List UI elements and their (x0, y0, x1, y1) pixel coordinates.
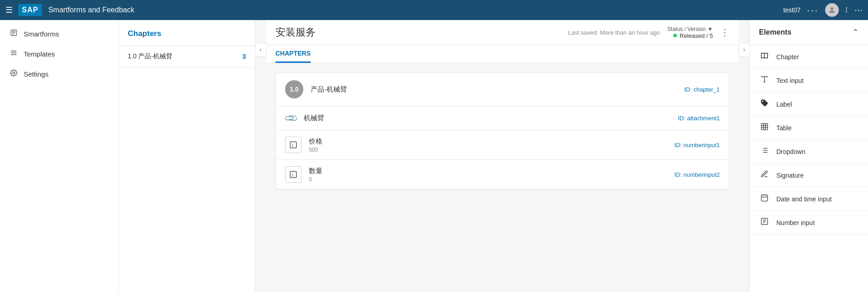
navbar-right: test07 ··· ⁝ ⋯ (783, 3, 863, 17)
element-attachment-id: ID: attachment1 (678, 115, 720, 122)
chapter-row-id: ID: chapter_1 (684, 86, 720, 93)
dropdown-icon (759, 146, 770, 157)
element-type-signature-label: Signature (776, 172, 804, 179)
chapter-list-item[interactable]: 1.0 产品-机械臂 3 (119, 46, 255, 67)
element-type-label-label: Label (776, 101, 792, 108)
element-row-price[interactable]: 1 价格 500 ID: numberinput1 (276, 130, 729, 160)
left-panel-toggle[interactable]: ‹ (255, 43, 266, 56)
more-options-icon[interactable]: ··· (807, 5, 819, 15)
tab-chapters[interactable]: CHAPTERS (275, 45, 311, 63)
templates-icon (9, 49, 18, 58)
right-panel-toggle[interactable]: › (738, 43, 749, 56)
svg-point-0 (831, 7, 833, 10)
chapter-header-row[interactable]: 1.0 产品-机械臂 ID: chapter_1 (276, 73, 729, 106)
text-input-icon (759, 75, 770, 86)
collapse-panel-icon[interactable]: ⌃ (852, 27, 859, 37)
element-type-text-input[interactable]: Text input (750, 69, 868, 92)
element-info-price: 价格 500 (309, 137, 674, 153)
chapter-row-name: 产品-机械臂 (311, 85, 684, 94)
datetime-icon (759, 194, 770, 204)
sidebar-item-settings[interactable]: Settings (0, 64, 118, 84)
settings-icon (9, 69, 18, 78)
content-card: 1.0 产品-机械臂 ID: chapter_1 📎 机械臂 ID: attac… (275, 72, 729, 190)
status-dot (673, 34, 677, 37)
number-icon-price: 1 (285, 137, 301, 153)
element-info-quantity: 数量 0 (309, 167, 674, 183)
chapter-element-icon (759, 51, 770, 62)
element-type-dropdown[interactable]: Dropdown (750, 140, 868, 164)
element-type-table-label: Table (776, 124, 791, 132)
status-version: Status / Version ▼ Released / 5 (667, 26, 713, 39)
element-price-value: 500 (309, 147, 674, 153)
app-title: Smartforms and Feedback (48, 6, 783, 14)
sidebar-item-smartforms-label: Smartforms (24, 30, 59, 38)
right-panel: Elements ⌃ Chapter Text input Label (749, 20, 868, 292)
chapter-list-item-count: 3 (242, 53, 246, 60)
app-layout: Smartforms Templates Settings Chapters 1… (0, 20, 868, 292)
status-released: Released / 5 (673, 32, 713, 39)
element-price-name: 价格 (309, 137, 674, 146)
svg-text:1: 1 (291, 143, 294, 148)
grid-icon[interactable]: ⁝ (845, 5, 848, 15)
element-type-text-label: Text input (776, 77, 804, 84)
element-type-table[interactable]: Table (750, 116, 868, 140)
sap-logo: SAP (18, 4, 42, 16)
element-type-dropdown-label: Dropdown (776, 148, 806, 155)
hamburger-menu-icon[interactable]: ☰ (5, 5, 13, 15)
element-info-attachment: 机械臂 (304, 114, 678, 123)
main-header: 安装服务 Last saved: More than an hour ago S… (266, 20, 738, 45)
chapter-list-item-name: 1.0 产品-机械臂 (128, 52, 172, 61)
element-type-signature[interactable]: Signature (750, 164, 868, 187)
main-content: 安装服务 Last saved: More than an hour ago S… (266, 20, 738, 292)
svg-text:1: 1 (291, 173, 294, 177)
navbar: ☰ SAP Smartforms and Feedback test07 ···… (0, 0, 868, 20)
main-header-right: Last saved: More than an hour ago Status… (568, 26, 729, 39)
chapters-panel: Chapters 1.0 产品-机械臂 3 (119, 20, 255, 292)
element-type-chapter-label: Chapter (776, 53, 799, 61)
chapters-panel-title: Chapters (119, 29, 255, 46)
sidebar-item-smartforms[interactable]: Smartforms (0, 24, 118, 44)
number-icon-quantity: 1 (285, 166, 301, 183)
attachment-icon: 📎 (283, 110, 299, 126)
number-input-icon (759, 217, 770, 228)
element-quantity-name: 数量 (309, 167, 674, 175)
chapter-badge: 1.0 (285, 80, 303, 98)
smartforms-icon (9, 29, 18, 38)
element-quantity-value: 0 (309, 176, 674, 183)
element-quantity-id: ID: numberinput2 (674, 171, 720, 178)
label-icon (759, 99, 770, 109)
element-type-chapter[interactable]: Chapter (750, 45, 868, 69)
user-name: test07 (783, 6, 800, 14)
sidebar-item-settings-label: Settings (24, 70, 48, 78)
more-actions-icon[interactable]: ⋮ (720, 27, 729, 38)
left-sidebar: Smartforms Templates Settings (0, 20, 119, 292)
right-panel-header: Elements ⌃ (750, 20, 868, 45)
element-type-label[interactable]: Label (750, 92, 868, 116)
elements-panel-title: Elements (759, 28, 791, 36)
form-title: 安装服务 (275, 26, 316, 39)
element-type-datetime[interactable]: Date and time input (750, 187, 868, 211)
signature-icon (759, 170, 770, 180)
sidebar-item-templates-label: Templates (24, 50, 55, 58)
user-avatar[interactable] (825, 3, 839, 17)
element-type-datetime-label: Date and time input (776, 195, 832, 203)
last-saved-text: Last saved: More than an hour ago (568, 29, 660, 36)
table-icon (759, 123, 770, 133)
status-version-label: Status / Version ▼ (667, 26, 713, 32)
content-area: 1.0 产品-机械臂 ID: chapter_1 📎 机械臂 ID: attac… (266, 63, 738, 292)
sidebar-item-templates[interactable]: Templates (0, 44, 118, 64)
element-attachment-name: 机械臂 (304, 114, 678, 123)
svg-rect-23 (761, 195, 768, 201)
element-type-number-input[interactable]: Number input (750, 211, 868, 235)
apps-icon[interactable]: ⋯ (854, 5, 863, 15)
element-row-quantity[interactable]: 1 数量 0 ID: numberinput2 (276, 160, 729, 190)
element-price-id: ID: numberinput1 (674, 142, 720, 149)
element-row-attachment[interactable]: 📎 机械臂 ID: attachment1 (276, 106, 729, 130)
element-type-number-label: Number input (776, 219, 815, 226)
svg-rect-12 (761, 123, 768, 130)
chevron-down-icon: ▼ (707, 26, 713, 32)
svg-point-5 (13, 72, 15, 74)
main-tabs: CHAPTERS (266, 45, 738, 63)
